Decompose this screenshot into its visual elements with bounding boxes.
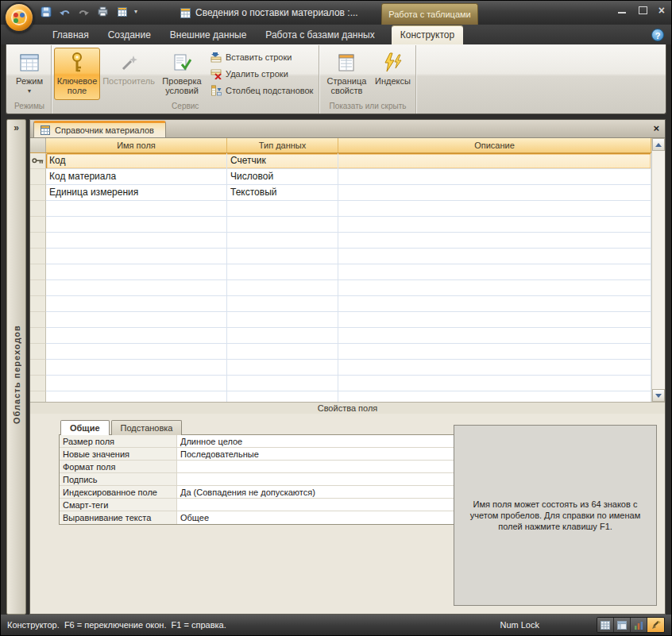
property-row[interactable]: Смарт-теги	[60, 499, 477, 511]
property-row[interactable]: Подпись	[60, 473, 477, 486]
data-type-cell[interactable]	[227, 344, 338, 360]
field-row[interactable]	[30, 296, 651, 312]
description-cell[interactable]	[338, 360, 651, 376]
field-row[interactable]: Единица измерения Текстовый	[30, 185, 651, 201]
property-row[interactable]: Размер поля Длинное целое	[60, 435, 477, 448]
row-selector[interactable]	[30, 280, 46, 296]
property-sheet-button[interactable]: Страница свойств	[322, 48, 371, 100]
undo-button[interactable]	[58, 5, 71, 18]
data-type-cell[interactable]	[227, 360, 338, 376]
description-cell[interactable]	[338, 296, 651, 312]
pivotchart-view-button[interactable]	[631, 618, 647, 632]
field-name-cell[interactable]	[46, 217, 227, 233]
property-value[interactable]: Да (Совпадения не допускаются)	[177, 486, 477, 498]
row-selector[interactable]	[30, 185, 46, 201]
property-value[interactable]: Длинное целое	[177, 435, 477, 447]
row-selector[interactable]	[30, 264, 46, 280]
field-name-cell[interactable]	[46, 376, 227, 391]
field-row[interactable]: Код Счетчик	[30, 153, 651, 169]
description-cell[interactable]	[338, 264, 651, 280]
vertical-scrollbar[interactable]	[651, 138, 665, 402]
property-row[interactable]: Формат поля	[60, 461, 477, 473]
ribbon-tab[interactable]: Создание	[99, 26, 160, 44]
data-type-cell[interactable]	[227, 249, 338, 264]
field-name-cell[interactable]	[46, 391, 227, 402]
row-selector[interactable]	[30, 217, 46, 233]
description-cell[interactable]	[338, 201, 651, 217]
field-row[interactable]	[30, 328, 651, 344]
field-row[interactable]	[30, 249, 651, 264]
navigation-pane-collapsed[interactable]: » Область переходов	[6, 119, 26, 615]
row-selector[interactable]	[30, 360, 46, 376]
design-view-button[interactable]	[647, 618, 664, 632]
field-row[interactable]	[30, 217, 651, 233]
property-value[interactable]: Общее	[177, 511, 477, 524]
save-button[interactable]	[39, 5, 52, 18]
properties-tab[interactable]: Подстановка	[111, 420, 183, 435]
scroll-down-button[interactable]	[652, 389, 665, 402]
table-view-button[interactable]	[115, 5, 129, 18]
row-selector[interactable]	[30, 296, 46, 312]
property-value[interactable]	[177, 473, 477, 485]
office-button[interactable]	[4, 2, 34, 33]
row-selector[interactable]	[30, 344, 46, 360]
field-name-cell[interactable]	[46, 344, 227, 360]
row-selector[interactable]	[30, 391, 46, 402]
column-header-field-name[interactable]: Имя поля	[46, 138, 227, 152]
field-name-cell[interactable]: Код	[46, 153, 227, 169]
data-type-cell[interactable]	[227, 217, 338, 233]
ribbon-tab[interactable]: Работа с базами данных	[257, 26, 383, 44]
property-value[interactable]	[177, 461, 477, 472]
data-type-cell[interactable]	[227, 296, 338, 312]
field-name-cell[interactable]	[46, 233, 227, 249]
description-cell[interactable]	[338, 280, 651, 296]
help-button[interactable]: ?	[651, 29, 664, 41]
field-row[interactable]	[30, 201, 651, 217]
field-name-cell[interactable]: Код материала	[46, 169, 227, 185]
scroll-up-button[interactable]	[652, 138, 665, 151]
property-row[interactable]: Индексированное поле Да (Совпадения не д…	[60, 486, 477, 499]
property-row[interactable]: Новые значения Последовательные	[60, 448, 477, 461]
row-selector[interactable]	[30, 376, 46, 391]
field-row[interactable]	[30, 233, 651, 249]
description-cell[interactable]	[338, 169, 651, 185]
field-row[interactable]	[30, 376, 651, 391]
description-cell[interactable]	[338, 217, 651, 233]
description-cell[interactable]	[338, 153, 651, 169]
property-row[interactable]: Выравнивание текста Общее	[60, 511, 477, 524]
description-cell[interactable]	[338, 344, 651, 360]
field-name-cell[interactable]: Единица измерения	[46, 185, 227, 201]
description-cell[interactable]	[338, 391, 651, 402]
column-header-description[interactable]: Описание	[338, 138, 651, 152]
column-header-data-type[interactable]: Тип данных	[227, 138, 338, 152]
pivottable-view-button[interactable]	[614, 618, 631, 632]
description-cell[interactable]	[338, 328, 651, 344]
data-type-cell[interactable]: Текстовый	[227, 185, 338, 201]
row-selector[interactable]	[30, 233, 46, 249]
data-type-cell[interactable]	[227, 376, 338, 391]
data-type-cell[interactable]	[227, 264, 338, 280]
data-type-cell[interactable]	[227, 201, 338, 217]
description-cell[interactable]	[338, 233, 651, 249]
field-name-cell[interactable]	[46, 201, 227, 217]
field-name-cell[interactable]	[46, 296, 227, 312]
data-type-cell[interactable]	[227, 391, 338, 402]
document-close-button[interactable]: ×	[653, 123, 659, 133]
qat-dropdown-button[interactable]: ▾	[134, 8, 137, 15]
field-name-cell[interactable]	[46, 312, 227, 328]
delete-rows-button[interactable]: Удалить строки	[210, 67, 313, 81]
row-selector[interactable]	[30, 201, 46, 217]
row-selector[interactable]	[30, 153, 46, 169]
validation-button[interactable]: Проверка условий	[157, 48, 207, 100]
description-cell[interactable]	[338, 249, 651, 264]
field-row[interactable]	[30, 360, 651, 376]
description-cell[interactable]	[338, 312, 651, 328]
insert-rows-button[interactable]: Вставить строки	[210, 50, 313, 64]
data-type-cell[interactable]	[227, 280, 338, 296]
data-type-cell[interactable]	[227, 312, 338, 328]
print-button[interactable]	[96, 5, 110, 18]
indexes-button[interactable]: Индексы	[372, 48, 413, 100]
field-row[interactable]: Код материала Числовой	[30, 169, 651, 185]
redo-button[interactable]	[77, 5, 91, 18]
data-type-cell[interactable]	[227, 233, 338, 249]
